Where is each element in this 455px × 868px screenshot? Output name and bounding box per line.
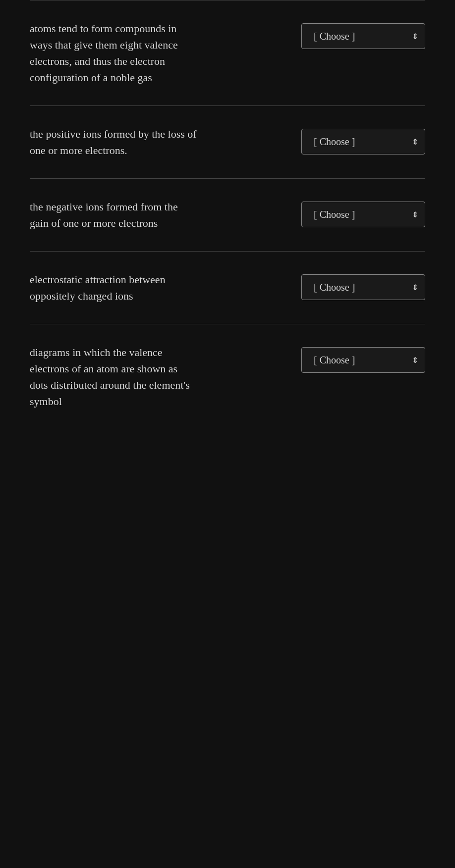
- row-1-text: atoms tend to form compounds in ways tha…: [30, 20, 198, 86]
- row-3-select[interactable]: [ Choose ]octet rulecationanionionic bon…: [301, 202, 425, 227]
- row-3-select-wrapper: [ Choose ]octet rulecationanionionic bon…: [301, 202, 425, 227]
- quiz-row-4: electrostatic attraction between opposit…: [30, 251, 425, 324]
- row-4-select-wrapper: [ Choose ]octet rulecationanionionic bon…: [301, 274, 425, 300]
- row-3-select-inner: [ Choose ]octet rulecationanionionic bon…: [301, 202, 425, 227]
- row-5-select-inner: [ Choose ]octet rulecationanionionic bon…: [301, 347, 425, 373]
- row-4-select[interactable]: [ Choose ]octet rulecationanionionic bon…: [301, 274, 425, 300]
- row-4-select-inner: [ Choose ]octet rulecationanionionic bon…: [301, 274, 425, 300]
- row-2-text: the positive ions formed by the loss of …: [30, 126, 198, 158]
- row-5-select[interactable]: [ Choose ]octet rulecationanionionic bon…: [301, 347, 425, 373]
- quiz-row-5: diagrams in which the valence electrons …: [30, 324, 425, 429]
- row-1-select-inner: [ Choose ]octet rulecationanionionic bon…: [301, 23, 425, 49]
- row-2-select-wrapper: [ Choose ]octet rulecationanionionic bon…: [301, 129, 425, 154]
- row-4-text: electrostatic attraction between opposit…: [30, 271, 198, 304]
- row-1-select[interactable]: [ Choose ]octet rulecationanionionic bon…: [301, 23, 425, 49]
- row-3-text: the negative ions formed from the gain o…: [30, 199, 198, 231]
- row-2-select[interactable]: [ Choose ]octet rulecationanionionic bon…: [301, 129, 425, 154]
- quiz-row-2: the positive ions formed by the loss of …: [30, 105, 425, 178]
- row-1-select-wrapper: [ Choose ]octet rulecationanionionic bon…: [301, 23, 425, 49]
- row-2-select-inner: [ Choose ]octet rulecationanionionic bon…: [301, 129, 425, 154]
- quiz-row-1: atoms tend to form compounds in ways tha…: [30, 0, 425, 105]
- quiz-container: atoms tend to form compounds in ways tha…: [0, 0, 455, 429]
- quiz-row-3: the negative ions formed from the gain o…: [30, 178, 425, 251]
- row-5-text: diagrams in which the valence electrons …: [30, 344, 198, 409]
- row-5-select-wrapper: [ Choose ]octet rulecationanionionic bon…: [301, 347, 425, 373]
